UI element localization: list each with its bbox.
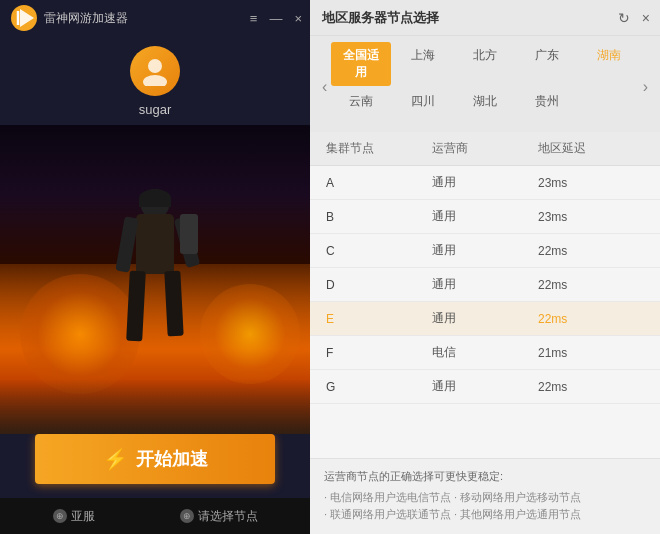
right-panel: 地区服务器节点选择 ↻ × ‹ 全国适用 上海 北方 广东 湖南 云南 四川 湖…: [310, 0, 660, 534]
node-name-g: G: [326, 380, 432, 394]
header-isp: 运营商: [432, 140, 538, 157]
node-isp-a: 通用: [432, 174, 538, 191]
node-latency-f: 21ms: [538, 346, 644, 360]
app-logo: 雷神网游加速器: [10, 4, 128, 32]
bolt-icon: ⚡: [103, 447, 128, 471]
node-latency-g: 22ms: [538, 380, 644, 394]
banner-background: [0, 125, 310, 434]
server-table: 集群节点 运营商 地区延迟 A 通用 23ms B 通用 23ms C 通用 2…: [310, 132, 660, 458]
table-row[interactable]: D 通用 22ms: [310, 268, 660, 302]
close-button[interactable]: ×: [294, 12, 302, 25]
node-name-d: D: [326, 278, 432, 292]
table-row[interactable]: G 通用 22ms: [310, 370, 660, 404]
tab-beifang[interactable]: 北方: [455, 42, 515, 86]
table-row[interactable]: B 通用 23ms: [310, 200, 660, 234]
node-latency-d: 22ms: [538, 278, 644, 292]
node-isp-d: 通用: [432, 276, 538, 293]
node-name-b: B: [326, 210, 432, 224]
table-row[interactable]: A 通用 23ms: [310, 166, 660, 200]
node-item[interactable]: ⊕ 请选择节点: [180, 508, 258, 525]
minimize-button[interactable]: —: [269, 12, 282, 25]
tip-item-2: 联通网络用户选联通节点 · 其他网络用户选通用节点: [324, 506, 646, 524]
region-label: 亚服: [71, 508, 95, 525]
svg-point-4: [143, 75, 167, 86]
tip-section: 运营商节点的正确选择可更快更稳定: 电信网络用户选电信节点 · 移动网络用户选移…: [310, 458, 660, 534]
region-tabs: ‹ 全国适用 上海 北方 广东 湖南 云南 四川 湖北 贵州 ›: [310, 36, 660, 132]
right-close-button[interactable]: ×: [642, 10, 650, 26]
node-isp-b: 通用: [432, 208, 538, 225]
tip-item-1: 电信网络用户选电信节点 · 移动网络用户选移动节点: [324, 489, 646, 507]
tab-sichuan[interactable]: 四川: [393, 88, 453, 132]
table-row[interactable]: C 通用 22ms: [310, 234, 660, 268]
node-latency-b: 23ms: [538, 210, 644, 224]
header-node: 集群节点: [326, 140, 432, 157]
right-window-controls: ↻ ×: [618, 10, 650, 26]
character-figure: [110, 189, 200, 379]
node-isp-e: 通用: [432, 310, 538, 327]
node-isp-c: 通用: [432, 242, 538, 259]
window-controls: ≡ — ×: [250, 12, 302, 25]
refresh-icon[interactable]: ↻: [618, 10, 630, 26]
title-bar: 雷神网游加速器 ≡ — ×: [0, 0, 310, 36]
region-item[interactable]: ⊕ 亚服: [53, 508, 95, 525]
node-name-e: E: [326, 312, 432, 326]
tab-guizhou[interactable]: 贵州: [517, 88, 577, 132]
tab-shanghai[interactable]: 上海: [393, 42, 453, 86]
tabs-grid: 全国适用 上海 北方 广东 湖南 云南 四川 湖北 贵州: [331, 42, 638, 132]
header-latency: 地区延迟: [538, 140, 644, 157]
node-name-f: F: [326, 346, 432, 360]
node-label: 请选择节点: [198, 508, 258, 525]
tab-next-button[interactable]: ›: [639, 78, 652, 96]
node-latency-c: 22ms: [538, 244, 644, 258]
tab-hunan[interactable]: 湖南: [579, 42, 639, 86]
game-banner: [0, 125, 310, 434]
start-button-label: 开始加速: [136, 447, 208, 471]
tab-hubei[interactable]: 湖北: [455, 88, 515, 132]
left-panel: 雷神网游加速器 ≡ — × sugar: [0, 0, 310, 534]
node-latency-e: 22ms: [538, 312, 644, 326]
avatar: [130, 46, 180, 96]
tab-quanguo[interactable]: 全国适用: [331, 42, 391, 86]
table-header: 集群节点 运营商 地区延迟: [310, 132, 660, 166]
username-label: sugar: [139, 102, 172, 117]
menu-button[interactable]: ≡: [250, 12, 258, 25]
node-isp-f: 电信: [432, 344, 538, 361]
tip-title: 运营商节点的正确选择可更快更稳定:: [324, 469, 646, 484]
tab-guangdong[interactable]: 广东: [517, 42, 577, 86]
logo-icon: [10, 4, 38, 32]
user-avatar-icon: [140, 56, 170, 86]
region-icon: ⊕: [53, 509, 67, 523]
node-isp-g: 通用: [432, 378, 538, 395]
tab-yunnan[interactable]: 云南: [331, 88, 391, 132]
node-latency-a: 23ms: [538, 176, 644, 190]
ground-shadow: [0, 379, 310, 434]
fire-glow-right: [200, 284, 300, 384]
node-name-a: A: [326, 176, 432, 190]
svg-point-3: [148, 59, 162, 73]
node-icon: ⊕: [180, 509, 194, 523]
node-name-c: C: [326, 244, 432, 258]
user-section: sugar: [130, 46, 180, 117]
tab-prev-button[interactable]: ‹: [318, 78, 331, 96]
app-title: 雷神网游加速器: [44, 10, 128, 27]
start-button[interactable]: ⚡ 开始加速: [35, 434, 275, 484]
right-panel-title: 地区服务器节点选择: [322, 9, 439, 27]
bottom-bar: ⊕ 亚服 ⊕ 请选择节点: [0, 498, 310, 534]
right-title-bar: 地区服务器节点选择 ↻ ×: [310, 0, 660, 36]
table-row-active[interactable]: E 通用 22ms: [310, 302, 660, 336]
table-row[interactable]: F 电信 21ms: [310, 336, 660, 370]
